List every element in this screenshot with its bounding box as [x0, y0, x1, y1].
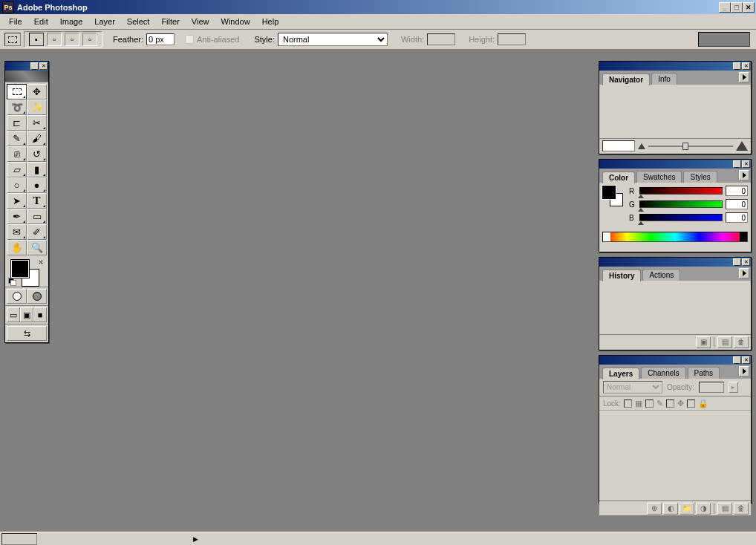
- tool-blur[interactable]: ○: [7, 177, 27, 193]
- history-close-icon[interactable]: ✕: [742, 258, 750, 266]
- zoom-in-icon[interactable]: [736, 141, 748, 151]
- screen-standard-button[interactable]: ▭: [7, 307, 20, 322]
- palette-well[interactable]: [698, 32, 750, 47]
- color-menu-icon[interactable]: [739, 170, 749, 180]
- default-colors-icon[interactable]: [8, 278, 16, 285]
- new-document-from-state-icon[interactable]: ▣: [696, 336, 711, 348]
- layers-list[interactable]: [599, 411, 751, 500]
- history-list[interactable]: [599, 281, 751, 334]
- new-set-icon[interactable]: 📁: [680, 503, 694, 515]
- tool-slice[interactable]: ✂: [27, 115, 47, 131]
- tool-path-selection[interactable]: ➤: [7, 193, 27, 209]
- navigator-menu-icon[interactable]: [739, 72, 749, 82]
- color-swatch-mini[interactable]: [602, 186, 625, 208]
- toolbox-close-icon[interactable]: ✕: [39, 62, 48, 70]
- minimize-button[interactable]: _: [719, 2, 731, 13]
- menu-help[interactable]: Help: [256, 16, 285, 27]
- toolbox-minimize-icon[interactable]: _: [30, 62, 39, 70]
- tool-rectangular-marquee[interactable]: [7, 84, 27, 99]
- subtract-selection-button[interactable]: ▫: [65, 33, 79, 46]
- menu-layer[interactable]: Layer: [88, 16, 121, 27]
- close-button[interactable]: ✕: [743, 2, 755, 13]
- layers-titlebar[interactable]: _ ✕: [599, 356, 751, 365]
- tool-lasso[interactable]: ➰: [7, 99, 27, 115]
- tab-styles[interactable]: Styles: [683, 171, 717, 183]
- navigator-titlebar[interactable]: _ ✕: [599, 62, 751, 71]
- tool-eraser[interactable]: ▱: [7, 162, 27, 177]
- layer-mask-icon[interactable]: ◐: [663, 503, 678, 515]
- tab-channels[interactable]: Channels: [641, 367, 685, 379]
- tool-clone-stamp[interactable]: ⎚: [7, 146, 27, 162]
- tool-history-brush[interactable]: ↺: [27, 146, 47, 162]
- tool-brush[interactable]: 🖌: [27, 131, 47, 146]
- b-value-input[interactable]: [726, 212, 748, 223]
- navigator-preview[interactable]: [599, 85, 751, 138]
- delete-layer-icon[interactable]: 🗑: [734, 503, 749, 515]
- swap-colors-icon[interactable]: ⤭: [38, 258, 44, 266]
- status-menu-arrow[interactable]: ▶: [193, 535, 198, 543]
- foreground-color-swatch[interactable]: [11, 260, 29, 278]
- tool-healing-brush[interactable]: ✎: [7, 131, 27, 146]
- layers-collapse-icon[interactable]: _: [733, 356, 741, 364]
- zoom-out-icon[interactable]: [638, 143, 645, 149]
- menu-image[interactable]: Image: [54, 16, 89, 27]
- maximize-button[interactable]: □: [731, 2, 743, 13]
- tool-dodge[interactable]: ●: [27, 177, 47, 193]
- style-select[interactable]: Normal: [278, 33, 388, 46]
- tool-crop[interactable]: ⊏: [7, 115, 27, 131]
- tool-zoom[interactable]: 🔍: [27, 240, 47, 255]
- color-close-icon[interactable]: ✕: [742, 160, 750, 168]
- intersect-selection-button[interactable]: ▫: [82, 33, 97, 46]
- tool-notes[interactable]: ✉: [7, 224, 27, 240]
- tab-layers[interactable]: Layers: [602, 368, 639, 379]
- toolbox-header-icon[interactable]: [5, 71, 48, 82]
- tool-gradient[interactable]: ▮: [27, 162, 47, 177]
- menu-file[interactable]: File: [3, 16, 28, 27]
- history-titlebar[interactable]: _ ✕: [599, 258, 751, 267]
- zoom-slider[interactable]: [648, 146, 733, 147]
- tool-move[interactable]: ✥: [27, 84, 47, 99]
- tab-history[interactable]: History: [602, 270, 641, 281]
- tab-swatches[interactable]: Swatches: [636, 171, 682, 183]
- toolbox-titlebar[interactable]: _ ✕: [5, 62, 48, 71]
- b-slider[interactable]: [639, 214, 723, 221]
- quick-mask-mode-button[interactable]: [27, 289, 47, 304]
- menu-edit[interactable]: Edit: [28, 16, 54, 27]
- tool-pen[interactable]: ✒: [7, 209, 27, 224]
- tool-eyedropper[interactable]: ✐: [27, 224, 47, 240]
- status-zoom-box[interactable]: [1, 533, 37, 545]
- tab-navigator[interactable]: Navigator: [602, 74, 650, 85]
- navigator-close-icon[interactable]: ✕: [742, 62, 750, 70]
- r-value-input[interactable]: [726, 186, 748, 196]
- navigator-zoom-input[interactable]: [602, 140, 635, 151]
- tab-actions[interactable]: Actions: [642, 269, 680, 281]
- new-selection-button[interactable]: ▪: [29, 33, 44, 46]
- new-layer-icon[interactable]: ▤: [717, 503, 732, 515]
- r-slider[interactable]: [639, 187, 723, 195]
- tool-type[interactable]: T: [27, 193, 47, 209]
- color-collapse-icon[interactable]: _: [733, 160, 741, 168]
- history-menu-icon[interactable]: [739, 268, 749, 278]
- layer-style-icon[interactable]: ⊕: [647, 503, 662, 515]
- standard-mode-button[interactable]: [7, 289, 27, 304]
- g-value-input[interactable]: [726, 199, 748, 209]
- g-slider[interactable]: [639, 200, 723, 208]
- tab-paths[interactable]: Paths: [688, 367, 720, 379]
- tool-magic-wand[interactable]: ✨: [27, 99, 47, 115]
- new-snapshot-icon[interactable]: ▤: [717, 336, 732, 348]
- screen-full-menu-button[interactable]: ▣: [20, 307, 33, 322]
- screen-full-button[interactable]: ■: [33, 307, 47, 322]
- active-tool-icon[interactable]: [4, 33, 21, 46]
- tool-hand[interactable]: ✋: [7, 240, 27, 255]
- navigator-collapse-icon[interactable]: _: [733, 62, 741, 70]
- history-collapse-icon[interactable]: _: [733, 258, 741, 266]
- layers-menu-icon[interactable]: [739, 366, 749, 376]
- tool-rectangle[interactable]: ▭: [27, 209, 47, 224]
- feather-input[interactable]: [146, 33, 175, 45]
- tab-info[interactable]: Info: [651, 73, 677, 85]
- menu-filter[interactable]: Filter: [155, 16, 185, 27]
- color-titlebar[interactable]: _ ✕: [599, 160, 751, 169]
- menu-window[interactable]: Window: [215, 16, 256, 27]
- menu-view[interactable]: View: [186, 16, 215, 27]
- add-selection-button[interactable]: ▫: [47, 33, 62, 46]
